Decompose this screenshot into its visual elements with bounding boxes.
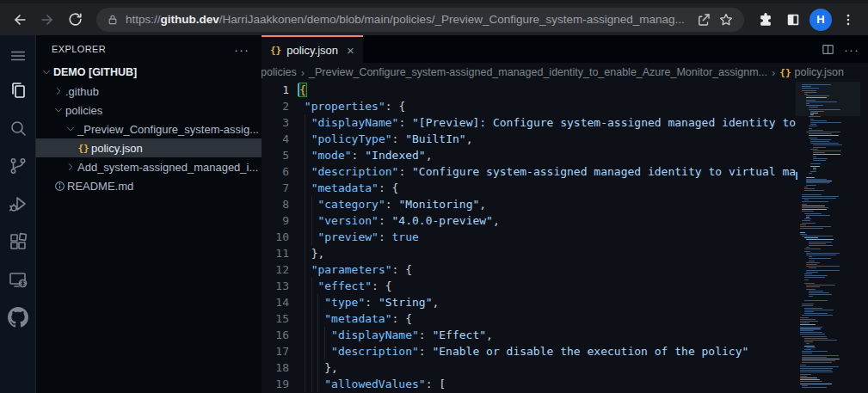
line-number[interactable]: 16 (262, 327, 298, 343)
line-number[interactable]: 1 (262, 82, 298, 98)
url-protocol: https:// (126, 13, 161, 26)
search-icon (8, 118, 28, 138)
minimap[interactable] (796, 82, 860, 393)
puzzle-icon (757, 11, 774, 28)
code-line-6[interactable]: 6 "description": "Configure system-assig… (262, 163, 797, 180)
activity-bar-item-run-debug[interactable] (0, 185, 35, 223)
remote-explorer-icon (8, 269, 28, 290)
line-number[interactable]: 4 (262, 131, 298, 147)
line-number[interactable]: 8 (262, 196, 298, 212)
code-line-9[interactable]: 9 "version": "4.0.0-preview", (262, 212, 797, 229)
tab-policy-json[interactable]: {} policy.json × (262, 35, 363, 63)
code-line-8[interactable]: 8 "category": "Monitoring", (262, 196, 797, 212)
line-number[interactable]: 11 (262, 245, 298, 261)
extensions-puzzle-button[interactable] (754, 9, 777, 31)
kebab-menu-icon (840, 12, 856, 28)
json-file-icon: {} (270, 45, 281, 56)
tree-root-demo-github[interactable]: DEMO [GITHUB] (36, 63, 262, 82)
reload-icon (67, 11, 83, 28)
code-editor[interactable]: 1{2 "properties": {3 "displayName": "[Pr… (262, 82, 868, 393)
line-number[interactable]: 17 (262, 343, 298, 359)
reload-button[interactable] (64, 9, 86, 31)
activity-bar-item-search[interactable] (0, 109, 35, 147)
code-line-11[interactable]: 11 }, (262, 245, 797, 261)
chevron-down-icon (52, 104, 65, 116)
tab-close-button[interactable]: × (347, 43, 354, 58)
side-panel-icon (785, 11, 802, 28)
activity-bar-item-source-control[interactable] (0, 147, 35, 185)
code-line-15[interactable]: 15 "metadata": { (262, 310, 797, 327)
breadcrumb-item-folder[interactable]: _Preview_Configure_system-assigned_manag… (309, 66, 767, 78)
tree-item-add-system-assigned-managed-i-[interactable]: Add_system-assigned_managed_i... (36, 157, 262, 176)
line-number[interactable]: 5 (262, 147, 298, 163)
chevron-right-icon (52, 85, 65, 97)
share-icon[interactable] (696, 12, 711, 28)
breadcrumb-item-policies[interactable]: policies (262, 66, 297, 78)
sidebar-more-actions[interactable]: ··· (234, 42, 249, 57)
source-control-icon (8, 156, 28, 176)
file-tree: DEMO [GITHUB].githubpolicies_Preview_Con… (36, 63, 262, 393)
breadcrumb-item-file[interactable]: {}policy.json (779, 66, 844, 78)
code-line-14[interactable]: 14 "type": "String", (262, 294, 797, 310)
line-number[interactable]: 10 (262, 229, 298, 245)
code-line-13[interactable]: 13 "effect": { (262, 278, 797, 294)
editor-group: {} policy.json × ··· policies › _Preview… (262, 35, 868, 393)
code-line-7[interactable]: 7 "metadata": { (262, 180, 797, 196)
browser-menu-button[interactable] (837, 9, 859, 31)
tree-item-policies[interactable]: policies (36, 101, 262, 120)
code-line-10[interactable]: 10 "preview": true (262, 229, 797, 245)
tree-item-policy-json[interactable]: {}policy.json (36, 138, 262, 157)
code-line-19[interactable]: 19 "allowedValues": [ (262, 376, 797, 392)
line-number[interactable]: 2 (262, 98, 298, 114)
menu-icon (9, 46, 28, 65)
lock-icon (107, 14, 119, 26)
line-number[interactable]: 19 (262, 376, 298, 392)
line-number[interactable]: 7 (262, 180, 298, 196)
github-icon (8, 307, 28, 328)
chevron-down-icon (64, 123, 77, 135)
code-line-3[interactable]: 3 "displayName": "[Preview]: Configure s… (262, 114, 797, 131)
activity-bar-item-explorer[interactable] (0, 71, 35, 109)
activity-bar-item-menu[interactable] (0, 40, 35, 71)
activity-bar-item-github[interactable] (0, 298, 35, 336)
code-line-12[interactable]: 12 "parameters": { (262, 261, 797, 278)
code-line-1[interactable]: 1{ (262, 82, 797, 98)
editor-tab-bar: {} policy.json × ··· (262, 35, 868, 63)
explorer-icon (8, 80, 28, 101)
back-button[interactable] (9, 9, 31, 31)
tree-item-readme-md[interactable]: README.md (36, 176, 262, 195)
code-line-17[interactable]: 17 "description": "Enable or disable the… (262, 343, 797, 359)
line-number[interactable]: 15 (262, 310, 298, 327)
sidebar-title: EXPLORER (52, 44, 234, 54)
line-number[interactable]: 9 (262, 212, 298, 229)
line-number[interactable]: 3 (262, 114, 298, 131)
line-number[interactable]: 18 (262, 359, 298, 376)
code-line-5[interactable]: 5 "mode": "Indexed", (262, 147, 797, 163)
code-line-18[interactable]: 18 }, (262, 359, 797, 376)
code-line-16[interactable]: 16 "displayName": "Effect", (262, 327, 797, 343)
tree-item--preview-configure-system-assig-[interactable]: _Preview_Configure_system-assig... (36, 120, 262, 138)
tree-item--github[interactable]: .github (36, 82, 262, 101)
line-number[interactable]: 13 (262, 278, 298, 294)
bookmark-star-icon[interactable] (718, 12, 734, 28)
run-debug-icon (8, 193, 28, 214)
address-bar[interactable]: https://github.dev/HarriJaakkonen/demo/b… (96, 8, 744, 32)
code-line-4[interactable]: 4 "policyType": "BuiltIn", (262, 131, 797, 147)
line-number[interactable]: 6 (262, 163, 298, 180)
code-line-2[interactable]: 2 "properties": { (262, 98, 797, 114)
browser-window: https://github.dev/HarriJaakkonen/demo/b… (0, 0, 868, 393)
minimap-content (796, 82, 860, 393)
chevron-right-icon (64, 161, 77, 173)
forward-button[interactable] (36, 9, 58, 31)
profile-avatar[interactable]: H (810, 9, 832, 31)
line-number[interactable]: 14 (262, 294, 298, 310)
breadcrumb-separator: › (301, 66, 305, 79)
activity-bar-item-remote-explorer[interactable] (0, 261, 35, 298)
activity-bar-item-extensions[interactable] (0, 223, 35, 261)
editor-more-actions[interactable]: ··· (844, 42, 859, 57)
split-editor-icon[interactable] (821, 42, 835, 57)
breadcrumb-separator: › (772, 66, 775, 79)
browser-toolbar: https://github.dev/HarriJaakkonen/demo/b… (0, 0, 868, 35)
side-panel-button[interactable] (782, 9, 804, 31)
line-number[interactable]: 12 (262, 261, 298, 278)
